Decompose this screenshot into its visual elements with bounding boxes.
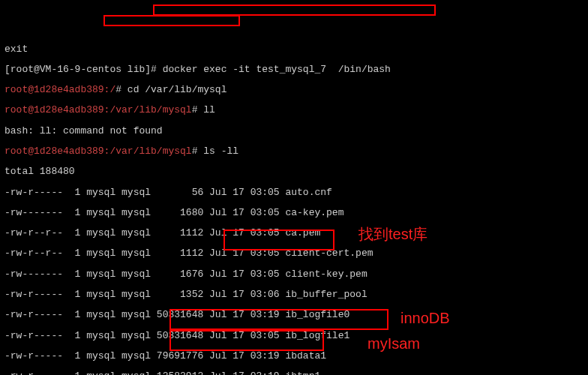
- term-line: root@1d28e4adb389:/var/lib/mysql# ll: [4, 105, 584, 116]
- highlight-box-docker-cmd: [153, 4, 436, 16]
- highlight-box-cd-cmd: [104, 15, 240, 26]
- ls-row: -rw-r--r-- 1 mysql mysql 1112 Jul 17 03:…: [4, 248, 584, 259]
- term-line: total 188480: [4, 166, 584, 177]
- command-text: # ll: [192, 104, 215, 116]
- ls-row: -rw-r----- 1 mysql mysql 12582912 Jul 17…: [4, 371, 584, 375]
- ls-row: -rw------- 1 mysql mysql 1680 Jul 17 03:…: [4, 208, 584, 218]
- prompt-path: root@1d28e4adb389:/var/lib/mysql: [4, 146, 192, 157]
- annotation-label-innodb: innoDB: [400, 310, 450, 326]
- term-line: bash: ll: command not found: [4, 126, 584, 136]
- term-line: exit: [4, 44, 584, 55]
- ls-row: -rw-r----- 1 mysql mysql 50331648 Jul 17…: [4, 310, 584, 320]
- annotation-label-test: 找到test库: [358, 226, 428, 242]
- ls-row: -rw-r----- 1 mysql mysql 56 Jul 17 03:05…: [4, 188, 584, 198]
- ls-row: -rw-r----- 1 mysql mysql 1352 Jul 17 03:…: [4, 290, 584, 300]
- ls-row: -rw------- 1 mysql mysql 1676 Jul 17 03:…: [4, 269, 584, 280]
- command-text: # ls -ll: [192, 146, 238, 157]
- prompt-path: root@1d28e4adb389:/: [4, 84, 116, 95]
- command-text: # cd /var/lib/mysql: [116, 84, 226, 95]
- ls-row: -rw-r--r-- 1 mysql mysql 1112 Jul 17 03:…: [4, 228, 584, 238]
- prompt-path: root@1d28e4adb389:/var/lib/mysql: [4, 104, 192, 116]
- term-line: [root@VM-16-9-centos lib]# docker exec -…: [4, 64, 584, 75]
- term-line: root@1d28e4adb389:/var/lib/mysql# ls -ll: [4, 146, 584, 157]
- annotation-label-myisam: myIsam: [368, 336, 420, 352]
- ls-row: -rw-r----- 1 mysql mysql 50331648 Jul 17…: [4, 331, 584, 341]
- ls-row: -rw-r----- 1 mysql mysql 79691776 Jul 17…: [4, 351, 584, 362]
- term-line: root@1d28e4adb389:/# cd /var/lib/mysql: [4, 85, 584, 95]
